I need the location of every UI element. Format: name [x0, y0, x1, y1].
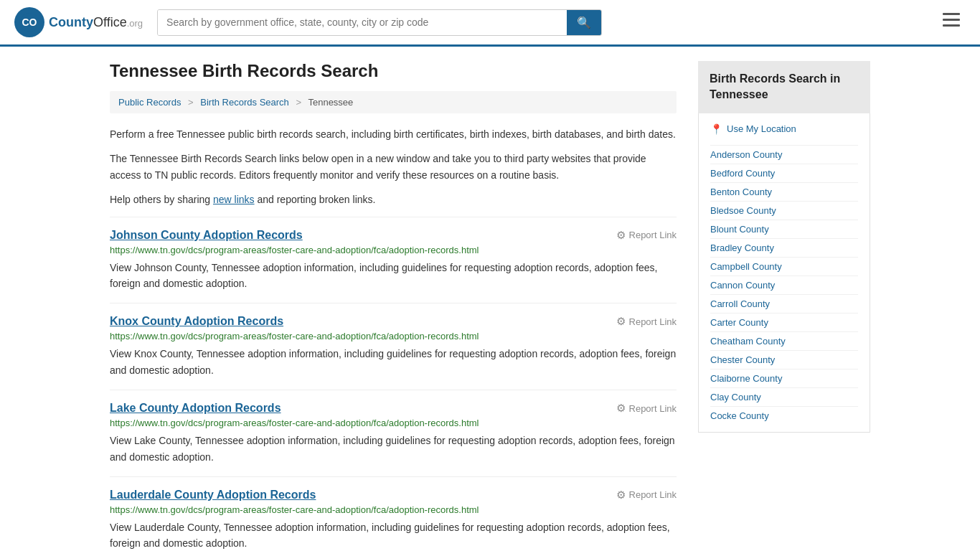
menu-button[interactable] — [937, 10, 966, 34]
report-link-button-1[interactable]: ⚙ Report Link — [616, 315, 677, 328]
result-url-3: https://www.tn.gov/dcs/program-areas/fos… — [110, 504, 677, 515]
report-link-label-2: Report Link — [629, 403, 677, 414]
search-input[interactable] — [158, 10, 567, 35]
breadcrumb: Public Records > Birth Records Search > … — [110, 91, 677, 113]
result-desc-3: View Lauderdale County, Tennessee adopti… — [110, 519, 677, 551]
logo-org: .org — [127, 18, 143, 29]
intro-paragraph-2: The Tennessee Birth Records Search links… — [110, 151, 677, 183]
sidebar-county-bedford-county[interactable]: Bedford County — [710, 164, 858, 182]
result-title-1[interactable]: Knox County Adoption Records — [110, 315, 283, 328]
result-title-0[interactable]: Johnson County Adoption Records — [110, 229, 303, 242]
report-link-label-0: Report Link — [629, 230, 677, 240]
sidebar-county-cannon-county[interactable]: Cannon County — [710, 276, 858, 294]
page-title: Tennessee Birth Records Search — [110, 61, 677, 81]
results-list: Johnson County Adoption Records ⚙ Report… — [110, 217, 677, 551]
result-header-1: Knox County Adoption Records ⚙ Report Li… — [110, 315, 677, 331]
svg-text:CO: CO — [22, 17, 37, 28]
breadcrumb-sep-2: > — [296, 97, 301, 108]
breadcrumb-sep-1: > — [188, 97, 194, 108]
sidebar-county-campbell-county[interactable]: Campbell County — [710, 257, 858, 276]
sidebar-county-chester-county[interactable]: Chester County — [710, 350, 858, 369]
location-pin-icon: 📍 — [710, 123, 722, 135]
breadcrumb-public-records[interactable]: Public Records — [118, 97, 181, 108]
sidebar-county-bradley-county[interactable]: Bradley County — [710, 238, 858, 257]
result-header-3: Lauderdale County Adoption Records ⚙ Rep… — [110, 489, 677, 504]
sidebar-county-anderson-county[interactable]: Anderson County — [710, 145, 858, 164]
result-item: Johnson County Adoption Records ⚙ Report… — [110, 217, 677, 303]
report-link-button-3[interactable]: ⚙ Report Link — [616, 489, 677, 501]
breadcrumb-birth-records[interactable]: Birth Records Search — [200, 97, 289, 108]
sidebar-county-carroll-county[interactable]: Carroll County — [710, 294, 858, 313]
county-list: Anderson CountyBedford CountyBenton Coun… — [710, 145, 858, 425]
logo[interactable]: CO CountyOffice.org — [14, 7, 143, 37]
result-item: Knox County Adoption Records ⚙ Report Li… — [110, 303, 677, 390]
report-link-label-3: Report Link — [629, 489, 677, 500]
sidebar-county-benton-county[interactable]: Benton County — [710, 182, 858, 201]
sidebar: Birth Records Search in Tennessee 📍 Use … — [698, 61, 870, 551]
intro3-pre: Help others by sharing — [110, 194, 213, 205]
breadcrumb-state: Tennessee — [308, 97, 353, 108]
search-bar: 🔍 — [157, 9, 602, 36]
use-location-label: Use My Location — [727, 123, 796, 134]
result-desc-1: View Knox County, Tennessee adoption inf… — [110, 346, 677, 378]
header: CO CountyOffice.org 🔍 — [0, 0, 980, 47]
logo-text-area: CountyOffice.org — [49, 15, 143, 30]
result-url-2: https://www.tn.gov/dcs/program-areas/fos… — [110, 418, 677, 428]
intro-paragraph-1: Perform a free Tennessee public birth re… — [110, 126, 677, 142]
result-item: Lauderdale County Adoption Records ⚙ Rep… — [110, 476, 677, 551]
result-url-1: https://www.tn.gov/dcs/program-areas/fos… — [110, 331, 677, 342]
sidebar-content: 📍 Use My Location Anderson CountyBedford… — [698, 113, 870, 433]
content-area: Tennessee Birth Records Search Public Re… — [110, 61, 677, 551]
result-header-0: Johnson County Adoption Records ⚙ Report… — [110, 229, 677, 245]
result-desc-2: View Lake County, Tennessee adoption inf… — [110, 433, 677, 465]
svg-rect-4 — [943, 24, 960, 27]
sidebar-county-carter-county[interactable]: Carter County — [710, 313, 858, 331]
result-title-3[interactable]: Lauderdale County Adoption Records — [110, 489, 316, 501]
report-link-icon-0: ⚙ — [616, 229, 626, 242]
result-header-2: Lake County Adoption Records ⚙ Report Li… — [110, 402, 677, 418]
logo-brand: County — [49, 15, 93, 29]
svg-rect-3 — [943, 19, 960, 21]
sidebar-county-blount-county[interactable]: Blount County — [710, 220, 858, 238]
logo-office: Office — [93, 15, 127, 29]
sidebar-county-bledsoe-county[interactable]: Bledsoe County — [710, 201, 858, 220]
result-url-0: https://www.tn.gov/dcs/program-areas/fos… — [110, 245, 677, 255]
result-item: Lake County Adoption Records ⚙ Report Li… — [110, 390, 677, 476]
report-link-button-0[interactable]: ⚙ Report Link — [616, 229, 677, 242]
use-my-location-link[interactable]: 📍 Use My Location — [710, 121, 858, 138]
sidebar-county-clay-county[interactable]: Clay County — [710, 387, 858, 406]
result-desc-0: View Johnson County, Tennessee adoption … — [110, 260, 677, 292]
svg-rect-2 — [943, 13, 960, 15]
intro-paragraph-3: Help others by sharing new links and rep… — [110, 192, 677, 207]
report-link-icon-2: ⚙ — [616, 402, 626, 415]
report-link-icon-3: ⚙ — [616, 489, 626, 501]
result-title-2[interactable]: Lake County Adoption Records — [110, 402, 281, 415]
main-container: Tennessee Birth Records Search Public Re… — [95, 47, 885, 551]
report-link-label-1: Report Link — [629, 316, 677, 327]
search-button[interactable]: 🔍 — [567, 10, 601, 35]
sidebar-heading: Birth Records Search in Tennessee — [698, 61, 870, 113]
intro3-post: and reporting broken links. — [255, 194, 376, 205]
report-link-button-2[interactable]: ⚙ Report Link — [616, 402, 677, 415]
report-link-icon-1: ⚙ — [616, 315, 626, 328]
new-links-link[interactable]: new links — [213, 194, 255, 205]
logo-icon: CO — [14, 7, 44, 37]
sidebar-county-cheatham-county[interactable]: Cheatham County — [710, 331, 858, 350]
sidebar-county-claiborne-county[interactable]: Claiborne County — [710, 369, 858, 387]
sidebar-county-cocke-county[interactable]: Cocke County — [710, 406, 858, 425]
